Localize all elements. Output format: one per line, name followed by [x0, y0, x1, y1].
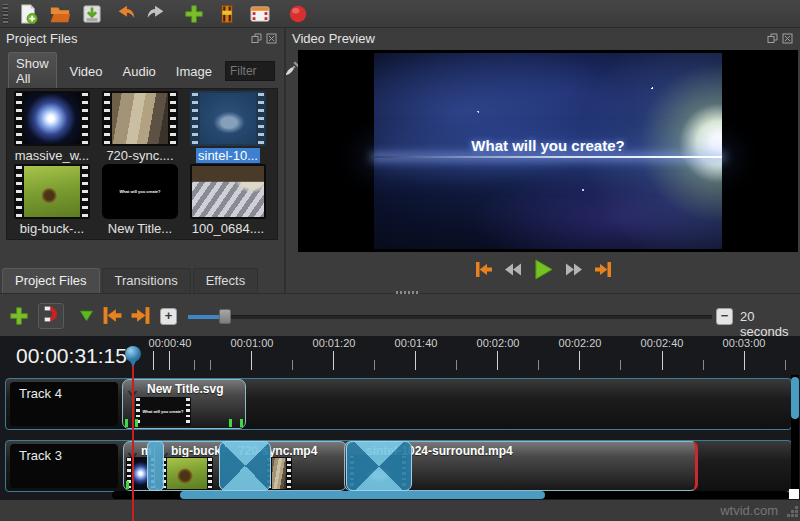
- zoom-slider-handle[interactable]: [219, 309, 231, 324]
- ruler-tick-label: 00:01:00: [212, 337, 292, 349]
- close-panel-button[interactable]: [782, 32, 794, 44]
- clip-keyframe-mark: [135, 419, 138, 427]
- transition-1[interactable]: [147, 441, 164, 491]
- float-panel-button[interactable]: [251, 32, 263, 44]
- video-preview-titlebar: Video Preview: [286, 28, 800, 48]
- clip-resize-handle[interactable]: [126, 481, 129, 489]
- watermark: wtvid.com: [720, 503, 778, 518]
- record-icon: [287, 3, 309, 25]
- filter-video-button[interactable]: Video: [63, 61, 110, 82]
- fast-forward-button[interactable]: [565, 262, 583, 281]
- openshot-window: Project Files Show All Video Audio Image…: [0, 0, 800, 521]
- video-thumbnail: [102, 91, 178, 146]
- ruler-tick-label: 00:02:00: [458, 337, 538, 349]
- previous-marker-button[interactable]: [102, 306, 123, 329]
- jump-to-start-button[interactable]: [475, 261, 493, 282]
- project-files-panel: Project Files Show All Video Audio Image…: [0, 28, 284, 293]
- vertical-scrollbar-thumb[interactable]: [791, 377, 799, 419]
- add-marker-button[interactable]: [78, 308, 95, 328]
- project-files-title: Project Files: [6, 31, 248, 46]
- file-item-sintel[interactable]: sintel-10...: [184, 91, 272, 163]
- preview-viewport: What will you create?: [298, 50, 798, 252]
- timeline-toolbar: + − 20 seconds: [0, 298, 800, 336]
- project-files-titlebar: Project Files: [0, 28, 284, 48]
- choose-profile-button[interactable]: [215, 2, 239, 26]
- file-label: 100_0684....: [192, 221, 264, 236]
- video-preview-title: Video Preview: [292, 31, 764, 46]
- zoom-slider-track[interactable]: [188, 315, 712, 319]
- export-video-icon: [249, 3, 271, 25]
- file-item-720-sync[interactable]: 720-sync....: [96, 91, 184, 163]
- add-media-button[interactable]: [182, 2, 206, 26]
- toolbar-drag-handle[interactable]: [3, 4, 8, 24]
- horizontal-scrollbar-thumb[interactable]: [180, 491, 545, 499]
- add-media-icon: [183, 3, 205, 25]
- snapping-toggle-button[interactable]: [38, 303, 64, 329]
- ruler-tick-label: 00:03:00: [704, 337, 784, 349]
- tab-transitions[interactable]: Transitions: [102, 268, 191, 293]
- filter-input[interactable]: [225, 61, 275, 81]
- zoom-in-button[interactable]: +: [160, 308, 177, 325]
- file-item-massive[interactable]: massive_w...: [8, 91, 96, 163]
- close-panel-button[interactable]: [266, 32, 278, 44]
- clip-title: big-buck-: [171, 444, 225, 458]
- clip-resize-handle[interactable]: [125, 419, 128, 427]
- clip-resize-handle[interactable]: [240, 419, 243, 427]
- file-item-big-buck[interactable]: big-buck-...: [8, 164, 96, 236]
- resize-grip-icon: [785, 505, 799, 521]
- clip-new-title[interactable]: New Title.svg What will you create?: [122, 379, 246, 429]
- file-filter-row: Show All Video Audio Image: [0, 58, 284, 84]
- file-item-100-0684[interactable]: 100_0684....: [184, 164, 272, 236]
- file-label: massive_w...: [15, 148, 89, 163]
- undo-button[interactable]: [114, 2, 138, 26]
- zoom-slider-fill: [188, 315, 220, 319]
- tab-project-files[interactable]: Project Files: [2, 268, 100, 293]
- tab-effects[interactable]: Effects: [193, 268, 259, 293]
- title-thumbnail: What will you create?: [102, 164, 178, 219]
- timeline-ruler[interactable]: 00:00:40 00:01:00 00:01:20 00:01:40 00:0…: [122, 336, 795, 376]
- scrollbar-corner: [789, 489, 799, 499]
- undo-icon: [114, 3, 138, 25]
- video-thumbnail: [190, 91, 266, 146]
- clip-thumbnail: What will you create?: [135, 397, 191, 426]
- ruler-tick-label: 00:02:20: [540, 337, 620, 349]
- video-thumbnail: [14, 91, 90, 146]
- playhead-timecode: 00:00:31:15: [16, 344, 127, 368]
- float-panel-button[interactable]: [767, 32, 779, 44]
- new-project-button[interactable]: [16, 2, 40, 26]
- rewind-button[interactable]: [504, 262, 522, 281]
- horizontal-scrollbar[interactable]: [112, 491, 789, 499]
- track-4-header: Track 4: [10, 382, 118, 426]
- transition-2[interactable]: [219, 441, 271, 491]
- zoom-out-button[interactable]: −: [716, 308, 733, 325]
- magnet-icon: [41, 304, 61, 328]
- choose-profile-icon: [217, 3, 237, 25]
- record-button[interactable]: [286, 2, 310, 26]
- transition-3[interactable]: [346, 441, 412, 491]
- next-marker-button[interactable]: [130, 306, 151, 329]
- open-project-button[interactable]: [48, 2, 72, 26]
- add-track-button[interactable]: [8, 305, 30, 331]
- project-files-grid: massive_w... 720-sync.... sintel-10... b…: [6, 88, 278, 240]
- clip-keyframe-mark: [229, 419, 232, 427]
- track-4-row: Track 4 New Title.svg What will you crea…: [5, 378, 792, 430]
- video-thumbnail: [14, 164, 90, 219]
- file-item-new-title[interactable]: What will you create? New Title...: [96, 164, 184, 236]
- redo-button[interactable]: [144, 2, 168, 26]
- vertical-scrollbar[interactable]: [791, 375, 799, 499]
- export-video-button[interactable]: [248, 2, 272, 26]
- playhead-line: [132, 364, 134, 521]
- open-project-icon: [49, 3, 71, 25]
- filter-audio-button[interactable]: Audio: [116, 61, 163, 82]
- light-beam: [374, 156, 722, 158]
- filter-image-button[interactable]: Image: [169, 61, 219, 82]
- playhead-handle[interactable]: [125, 346, 141, 362]
- filter-show-all-button[interactable]: Show All: [8, 52, 57, 90]
- save-project-button[interactable]: [80, 2, 104, 26]
- preview-overlay-text: What will you create?: [374, 137, 722, 154]
- splitter-handle-dots[interactable]: [396, 291, 418, 294]
- ruler-tick-label: 00:02:40: [622, 337, 702, 349]
- play-button[interactable]: [533, 259, 554, 284]
- jump-to-end-button[interactable]: [594, 261, 612, 282]
- ruler-tick-label: 00:01:20: [294, 337, 374, 349]
